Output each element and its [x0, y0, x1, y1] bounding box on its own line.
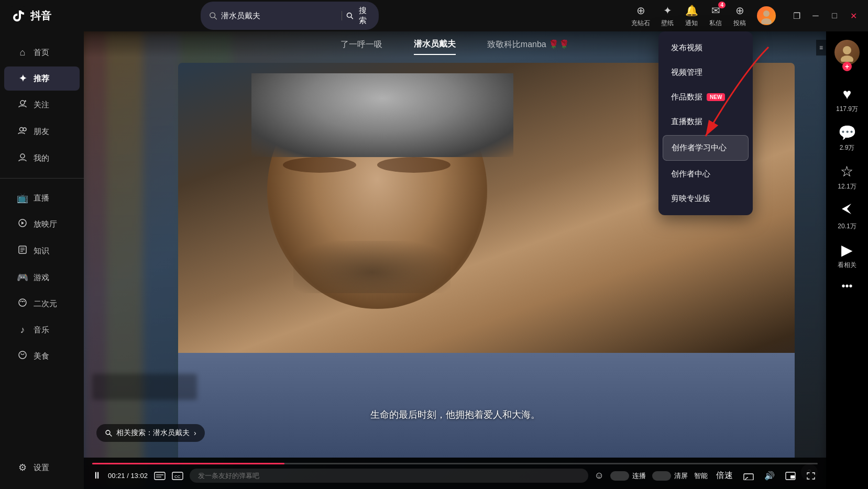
sidebar-item-home[interactable]: ⌂ 首页 — [4, 41, 80, 64]
qingping-toggle[interactable]: 清屏 — [652, 471, 688, 481]
time-display: 00:21 / 13:02 — [108, 472, 148, 480]
danmu-input[interactable] — [190, 469, 588, 483]
svg-point-6 — [761, 18, 772, 24]
sidebar-item-live-label: 直播 — [34, 193, 49, 203]
svg-point-19 — [19, 351, 26, 359]
dropdown-item-manage-label: 视频管理 — [671, 68, 702, 77]
svg-point-12 — [20, 154, 25, 158]
sidebar-item-friends[interactable]: 朋友 — [4, 119, 80, 144]
sidebar-item-mine[interactable]: 我的 — [4, 146, 80, 171]
video-tab-current-label: 潜水员戴夫 — [414, 39, 456, 48]
cc-icon: CC — [172, 472, 183, 480]
wallpaper-action[interactable]: ✦ 壁纸 — [661, 4, 674, 28]
sidebar-item-follow[interactable]: 关注 — [4, 93, 80, 117]
emoji-button[interactable]: ☺ — [595, 470, 604, 481]
share-button[interactable]: 20.1万 — [838, 197, 856, 235]
recharge-action[interactable]: ⊕ 充钻石 — [631, 4, 650, 28]
share-arrow-icon — [840, 202, 854, 216]
subtitle-btn[interactable] — [154, 472, 166, 480]
sidebar-item-follow-label: 关注 — [34, 100, 49, 110]
sidebar-item-cinema-label: 放映厅 — [34, 219, 57, 229]
star-button[interactable]: ☆ 12.1万 — [838, 159, 856, 195]
toggle-group: 连播 清屏 智能 — [610, 471, 708, 481]
like-button[interactable]: ♥ 117.9万 — [836, 82, 858, 118]
dropdown-item-jianying-label: 剪映专业版 — [671, 194, 710, 204]
svg-point-5 — [763, 10, 770, 17]
dropdown-item-manage[interactable]: 视频管理 — [658, 60, 753, 85]
dropdown-item-works-data[interactable]: 作品数据 NEW — [658, 85, 753, 109]
video-controls: ⏸ 00:21 / 13:02 CC — [84, 458, 826, 489]
sidebar-item-home-label: 首页 — [34, 48, 49, 58]
creator-avatar[interactable] — [834, 40, 860, 65]
games-icon: 🎮 — [17, 272, 28, 283]
star-icon: ☆ — [840, 163, 853, 180]
notification-action[interactable]: 🔔 通知 — [685, 4, 698, 28]
close-button[interactable]: ✕ — [847, 9, 860, 22]
restore-button[interactable]: ❐ — [790, 9, 803, 22]
maximize-button[interactable]: □ — [828, 9, 841, 22]
progress-bar[interactable] — [92, 463, 818, 464]
mine-icon — [17, 152, 28, 164]
cast-button[interactable] — [741, 472, 756, 480]
upload-icon: ⊕ — [733, 4, 746, 17]
speed-button[interactable]: 倍速 — [714, 470, 735, 481]
upload-action[interactable]: ⊕ 投稿 — [733, 4, 746, 28]
dropdown-item-creator-learn[interactable]: 创作者学习中心 — [663, 135, 749, 161]
dropdown-item-jianying[interactable]: 剪映专业版 — [658, 186, 753, 211]
sidebar: ⌂ 首页 ✦ 推荐 关注 朋友 我的 📺 直播 — [0, 31, 84, 489]
svg-rect-29 — [790, 475, 795, 479]
sidebar-item-games-label: 游戏 — [34, 273, 49, 283]
fullscreen-button[interactable] — [804, 472, 818, 480]
video-tab-prev[interactable]: 了一呼一吸 — [340, 35, 382, 54]
dropdown-item-publish[interactable]: 发布视频 — [658, 36, 753, 60]
minimize-button[interactable]: ─ — [809, 9, 822, 22]
more-button[interactable]: ••• — [841, 276, 852, 296]
search-button[interactable]: 搜索 — [346, 6, 370, 26]
dropdown-item-live-data-label: 直播数据 — [671, 117, 702, 127]
lianbo-toggle[interactable]: 连播 — [610, 471, 646, 481]
qingping-label: 清屏 — [674, 471, 688, 481]
sidebar-item-anime[interactable]: 二次元 — [4, 292, 80, 316]
see-related-button[interactable]: ▶ 看相关 — [838, 237, 856, 274]
follow-plus-button[interactable]: + — [842, 62, 852, 71]
related-search-label: 相关搜索：潜水员戴夫 — [116, 428, 190, 438]
sidebar-item-knowledge-label: 知识 — [34, 246, 49, 256]
sidebar-item-cinema[interactable]: 放映厅 — [4, 212, 80, 237]
related-search-bar[interactable]: 相关搜索：潜水员戴夫 › — [96, 424, 205, 442]
share-count: 20.1万 — [838, 222, 856, 231]
sidebar-item-live[interactable]: 📺 直播 — [4, 186, 80, 210]
sidebar-item-knowledge[interactable]: 知识 — [4, 239, 80, 263]
sidebar-item-settings[interactable]: ⚙ 设置 — [4, 455, 80, 480]
video-tab-next[interactable]: 致敬科比manba 🌹🌹 — [487, 35, 569, 54]
anime-icon — [17, 298, 28, 310]
sidebar-item-food[interactable]: 美食 — [4, 344, 80, 369]
search-input[interactable] — [221, 12, 337, 20]
search-icon — [209, 12, 217, 20]
sidebar-item-music[interactable]: ♪ 音乐 — [4, 318, 80, 342]
comment-button[interactable]: 💬 2.9万 — [838, 120, 856, 157]
lianbo-switch[interactable] — [610, 471, 629, 481]
message-action[interactable]: ✉ 4 私信 — [709, 4, 722, 28]
pip-button[interactable] — [783, 472, 798, 480]
see-related-icon: ▶ — [841, 241, 853, 259]
follow-icon — [17, 99, 28, 111]
user-avatar[interactable] — [757, 6, 776, 25]
dropdown-item-creator-center[interactable]: 创作者中心 — [658, 162, 753, 186]
sidebar-item-recommend[interactable]: ✦ 推荐 — [4, 66, 80, 91]
video-collapse-arrow[interactable]: ≡ — [816, 40, 826, 55]
qingping-switch[interactable] — [652, 471, 671, 481]
food-icon — [17, 350, 28, 362]
cc-btn[interactable]: CC — [172, 472, 183, 480]
search-bar[interactable]: 搜索 — [201, 2, 379, 30]
play-pause-button[interactable]: ⏸ — [92, 470, 102, 481]
video-subtitle: 生命的最后时刻，他拥抱着爱人和大海。 — [370, 408, 540, 421]
video-tab-current[interactable]: 潜水员戴夫 — [414, 35, 456, 55]
dropdown-item-live-data[interactable]: 直播数据 — [658, 109, 753, 134]
dropdown-item-creator-learn-label: 创作者学习中心 — [672, 143, 727, 153]
dropdown-item-publish-label: 发布视频 — [671, 43, 702, 53]
volume-button[interactable]: 🔊 — [762, 471, 777, 481]
sidebar-item-anime-label: 二次元 — [34, 299, 57, 309]
sidebar-item-games[interactable]: 🎮 游戏 — [4, 265, 80, 290]
logo-area: 抖音 — [8, 6, 71, 25]
message-icon: ✉ 4 — [709, 4, 722, 17]
